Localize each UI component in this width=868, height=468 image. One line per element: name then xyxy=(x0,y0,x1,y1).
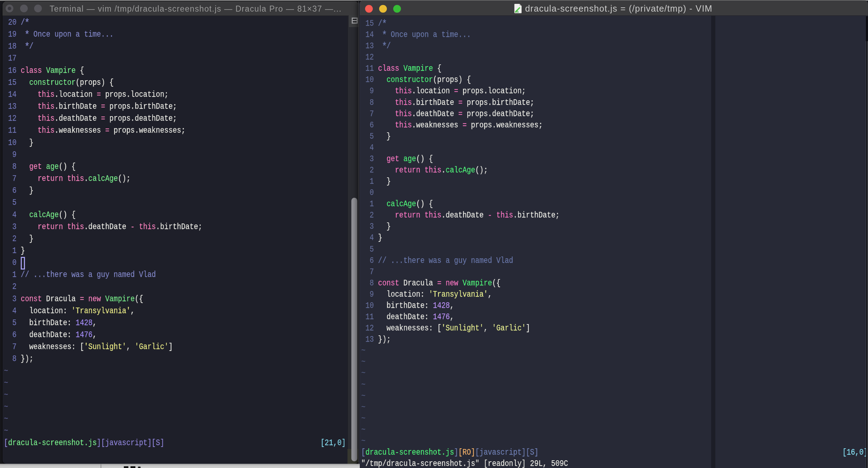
svg-text:JS: JS xyxy=(515,10,519,13)
